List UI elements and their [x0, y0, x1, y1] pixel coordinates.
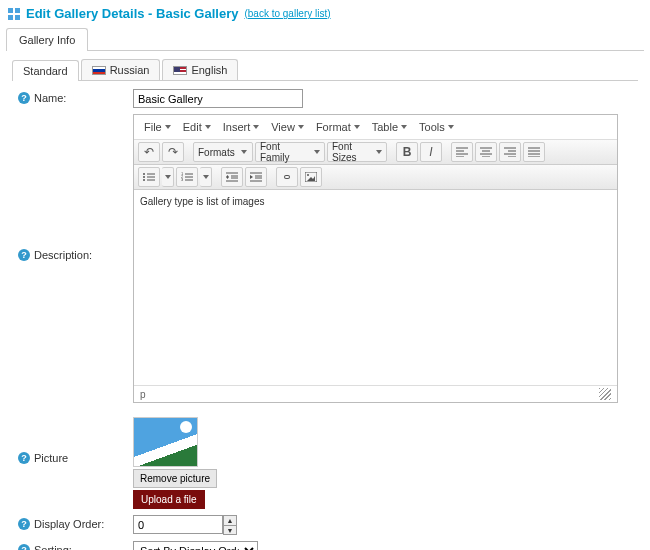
align-left-button[interactable]: [451, 142, 473, 162]
lang-tab-russian[interactable]: Russian: [81, 59, 161, 80]
page-header: Edit Gallery Details - Basic Gallery (ba…: [0, 0, 650, 25]
align-center-button[interactable]: [475, 142, 497, 162]
tab-gallery-info[interactable]: Gallery Info: [6, 28, 88, 51]
svg-rect-1: [15, 8, 20, 13]
help-icon[interactable]: ?: [18, 92, 30, 104]
page-title: Edit Gallery Details - Basic Gallery: [26, 6, 238, 21]
editor-path: p: [140, 389, 146, 400]
richtext-editor: File Edit Insert View Format Table Tools…: [133, 114, 618, 403]
bullet-list-button[interactable]: [138, 167, 160, 187]
svg-point-24: [143, 179, 145, 181]
resize-handle[interactable]: [599, 388, 611, 400]
formats-select[interactable]: Formats: [193, 142, 253, 162]
menu-table[interactable]: Table: [366, 118, 413, 136]
svg-marker-33: [226, 175, 229, 177]
outdent-button[interactable]: [221, 167, 243, 187]
svg-point-20: [143, 173, 145, 175]
lang-tab-standard[interactable]: Standard: [12, 60, 79, 81]
display-order-input[interactable]: [133, 515, 223, 534]
svg-point-22: [143, 176, 145, 178]
bullet-list-dropdown[interactable]: [162, 167, 174, 187]
editor-toolbar-1: ↶ ↷ Formats Font Family Font Sizes B I: [134, 140, 617, 165]
flag-us-icon: [173, 66, 187, 75]
menu-view[interactable]: View: [265, 118, 310, 136]
svg-marker-39: [250, 175, 253, 179]
picture-controls: Remove picture Upload a file: [133, 417, 217, 509]
remove-picture-button[interactable]: Remove picture: [133, 469, 217, 488]
spinner-up[interactable]: ▲: [223, 515, 237, 525]
form-content: ?Name: ?Description: File Edit Insert Vi…: [0, 81, 650, 550]
help-icon[interactable]: ?: [18, 518, 30, 530]
help-icon[interactable]: ?: [18, 544, 30, 550]
menu-insert[interactable]: Insert: [217, 118, 266, 136]
svg-marker-34: [226, 177, 229, 179]
editor-toolbar-2: 123: [134, 165, 617, 190]
description-label: Description:: [34, 249, 92, 261]
menu-file[interactable]: File: [138, 118, 177, 136]
menu-tools[interactable]: Tools: [413, 118, 460, 136]
language-tabs: Standard Russian English: [12, 59, 638, 81]
link-button[interactable]: [276, 167, 298, 187]
sorting-select[interactable]: Sort By Display Order: [133, 541, 258, 550]
spinner-down[interactable]: ▼: [223, 525, 237, 535]
indent-button[interactable]: [245, 167, 267, 187]
name-input[interactable]: [133, 89, 303, 108]
redo-button[interactable]: ↷: [162, 142, 184, 162]
svg-text:3: 3: [181, 177, 184, 182]
back-link[interactable]: (back to gallery list): [244, 8, 330, 19]
number-list-dropdown[interactable]: [200, 167, 212, 187]
editor-statusbar: p: [134, 385, 617, 402]
upload-file-button[interactable]: Upload a file: [133, 490, 205, 509]
undo-button[interactable]: ↶: [138, 142, 160, 162]
align-right-button[interactable]: [499, 142, 521, 162]
gallery-icon: [8, 8, 20, 20]
editor-menubar: File Edit Insert View Format Table Tools: [134, 115, 617, 140]
svg-rect-3: [15, 15, 20, 20]
display-order-label: Display Order:: [34, 518, 104, 530]
number-list-button[interactable]: 123: [176, 167, 198, 187]
svg-marker-45: [307, 176, 315, 181]
main-tabs: Gallery Info: [6, 27, 644, 51]
sorting-label: Sorting:: [34, 544, 72, 550]
picture-thumbnail: [133, 417, 198, 467]
italic-button[interactable]: I: [420, 142, 442, 162]
svg-point-44: [307, 174, 309, 176]
menu-format[interactable]: Format: [310, 118, 366, 136]
font-size-select[interactable]: Font Sizes: [327, 142, 387, 162]
font-family-select[interactable]: Font Family: [255, 142, 325, 162]
align-justify-button[interactable]: [523, 142, 545, 162]
lang-tab-english[interactable]: English: [162, 59, 238, 80]
image-button[interactable]: [300, 167, 322, 187]
help-icon[interactable]: ?: [18, 452, 30, 464]
svg-rect-0: [8, 8, 13, 13]
flag-ru-icon: [92, 66, 106, 75]
svg-rect-2: [8, 15, 13, 20]
picture-label: Picture: [34, 452, 68, 464]
editor-content[interactable]: Gallery type is list of images: [134, 190, 617, 385]
name-label: Name:: [34, 92, 66, 104]
menu-edit[interactable]: Edit: [177, 118, 217, 136]
help-icon[interactable]: ?: [18, 249, 30, 261]
bold-button[interactable]: B: [396, 142, 418, 162]
